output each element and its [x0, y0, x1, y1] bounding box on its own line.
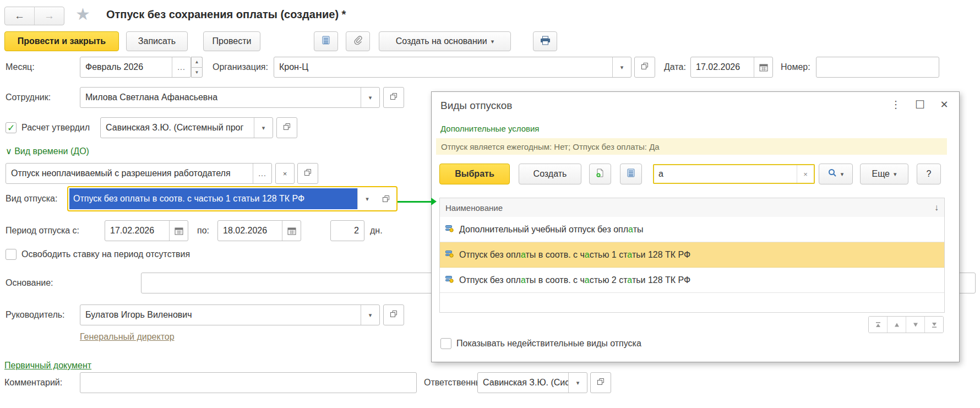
back-button[interactable]: ←	[5, 7, 35, 25]
vacation-kind-field[interactable]: Отпуск без оплаты в соотв. с частью 1 ст…	[67, 186, 398, 211]
show-invalid-checkbox[interactable]	[440, 338, 451, 349]
time-kind-field[interactable]: Отпуск неоплачиваемый с разрешения работ…	[6, 163, 272, 184]
calendar-icon[interactable]	[282, 221, 301, 241]
responsible-field[interactable]: Савинская З.Ю. (Системн ▾	[477, 372, 587, 393]
clear-search-icon[interactable]: ×	[797, 165, 814, 183]
printer-icon	[540, 36, 551, 47]
print-button[interactable]	[533, 31, 557, 51]
month-choose-button[interactable]: ...	[172, 57, 190, 77]
catalog-item-icon	[445, 225, 454, 235]
name-column-header: Наименование	[445, 203, 503, 213]
search-input[interactable]	[654, 165, 797, 183]
create-based-on-button[interactable]: Создать на основании ▾	[379, 31, 511, 51]
manager-label: Руководитель:	[6, 310, 65, 320]
time-kind-value: Отпуск неоплачиваемый с разрешения работ…	[6, 164, 253, 183]
time-kind-choose-button[interactable]: ...	[253, 164, 271, 183]
approved-by-value: Савинская З.Ю. (Системный прог	[101, 118, 254, 138]
employee-open-button[interactable]	[383, 87, 404, 108]
create-button[interactable]: Создать	[519, 164, 581, 184]
manager-open-button[interactable]	[383, 304, 404, 325]
additional-conditions-link[interactable]: Дополнительные условия	[440, 124, 539, 133]
search-button[interactable]: ▾	[819, 164, 853, 184]
responsible-open-button[interactable]	[590, 372, 611, 393]
page-title: Отпуск без сохранения оплаты (создание) …	[106, 8, 346, 21]
go-up-button[interactable]	[888, 317, 906, 333]
month-field[interactable]: Февраль 2026 ...	[80, 57, 191, 78]
help-button[interactable]: ?	[917, 164, 941, 184]
time-kind-open-button[interactable]	[297, 163, 318, 184]
select-button[interactable]: Выбрать	[439, 164, 510, 184]
time-kind-clear-button[interactable]: ×	[275, 163, 295, 184]
list-item-label: Отпуск без оплаты в соотв. с частью 1 ст…	[459, 250, 690, 260]
employee-field[interactable]: Милова Светлана Афанасьевна ▾	[80, 87, 380, 108]
calendar-icon[interactable]	[169, 221, 188, 241]
spin-up-icon[interactable]: ▲	[191, 57, 203, 67]
employee-value: Милова Светлана Афанасьевна	[80, 88, 361, 107]
list-item[interactable]: Отпуск без оплаты в соотв. с частью 1 ст…	[440, 242, 944, 268]
period-to-field[interactable]: 18.02.2026	[217, 220, 301, 241]
chevron-down-icon[interactable]: ▾	[361, 88, 379, 107]
maximize-icon[interactable]: ☐	[912, 97, 928, 112]
chevron-down-icon[interactable]: ▾	[357, 188, 377, 209]
go-down-button[interactable]	[906, 317, 925, 333]
table-header[interactable]: Наименование ↓	[439, 198, 945, 217]
period-from-label: Период отпуска с:	[6, 226, 79, 236]
go-first-button[interactable]	[869, 317, 888, 333]
approved-checkbox[interactable]: ✓	[6, 122, 17, 133]
conditions-info-bar: Отпуск является ежегодным: Нет; Отпуск б…	[436, 138, 947, 155]
organization-open-button[interactable]	[634, 57, 655, 78]
days-count-field[interactable]: 2	[330, 220, 364, 241]
time-kind-group-link[interactable]: ∨ Вид времени (ДО)	[6, 146, 89, 156]
open-link-icon	[597, 378, 605, 388]
manager-position-link[interactable]: Генеральный директор	[80, 332, 175, 342]
vacation-types-list: Дополнительный учебный отпуск без оплаты…	[439, 217, 945, 313]
list-item-label: Отпуск без оплаты в соотв. с частью 2 ст…	[459, 275, 690, 285]
list-settings-button[interactable]	[620, 164, 642, 184]
chevron-down-icon[interactable]: ▾	[568, 373, 587, 393]
show-invalid-row: Показывать недействительные виды отпуска	[440, 338, 641, 349]
chevron-down-icon[interactable]: ▾	[254, 118, 273, 138]
forward-button[interactable]: →	[35, 7, 64, 25]
approved-by-field[interactable]: Савинская З.Ю. (Системный прог ▾	[100, 117, 273, 138]
chevron-down-icon[interactable]: ▾	[361, 305, 379, 325]
period-from-field[interactable]: 17.02.2026	[105, 220, 188, 241]
open-link-icon	[390, 93, 398, 102]
list-item[interactable]: Дополнительный учебный отпуск без оплаты	[440, 217, 944, 242]
days-label: дн.	[370, 226, 383, 236]
calendar-icon[interactable]	[754, 57, 772, 77]
attachments-button[interactable]	[346, 31, 370, 51]
vacation-kind-open-button[interactable]	[377, 188, 395, 209]
date-field[interactable]: 17.02.2026	[690, 57, 773, 78]
manager-field[interactable]: Булатов Игорь Виленович ▾	[80, 304, 380, 325]
spin-down-icon[interactable]: ▼	[191, 67, 203, 78]
release-rate-label: Освободить ставку на период отсутствия	[21, 249, 190, 259]
approved-by-open-button[interactable]	[276, 117, 297, 138]
date-label: Дата:	[664, 62, 686, 72]
open-link-icon	[304, 168, 312, 178]
chevron-down-icon: ▾	[841, 171, 844, 178]
more-label: Еще	[872, 169, 890, 179]
month-label: Месяц:	[6, 62, 35, 72]
more-button[interactable]: Еще ▾	[860, 164, 908, 184]
create-based-on-label: Создать на основании	[396, 36, 487, 46]
employee-label: Сотрудник:	[6, 93, 51, 102]
go-last-button[interactable]	[925, 317, 943, 333]
chevron-down-icon[interactable]: ▾	[612, 57, 631, 77]
register-records-button[interactable]	[314, 31, 338, 51]
organization-field[interactable]: Крон-Ц ▾	[274, 57, 631, 78]
write-button[interactable]: Записать	[126, 31, 188, 51]
window-menu-icon[interactable]: ⋮	[888, 97, 904, 112]
history-nav: ← →	[4, 7, 64, 25]
favorite-star-icon[interactable]: ★	[75, 4, 90, 24]
primary-document-link[interactable]: Первичный документ	[4, 361, 91, 371]
post-button[interactable]: Провести	[203, 31, 260, 51]
post-and-close-button[interactable]: Провести и закрыть	[4, 31, 119, 51]
number-input[interactable]	[816, 57, 939, 78]
comment-input[interactable]	[80, 372, 417, 393]
create-by-copy-button[interactable]	[589, 164, 611, 184]
approved-label: Расчет утвердил	[21, 123, 90, 133]
close-icon[interactable]: ✕	[936, 97, 952, 112]
release-rate-checkbox[interactable]	[6, 249, 17, 260]
list-item[interactable]: Отпуск без оплаты в соотв. с частью 2 ст…	[440, 268, 944, 293]
show-invalid-label: Показывать недействительные виды отпуска	[456, 339, 641, 349]
